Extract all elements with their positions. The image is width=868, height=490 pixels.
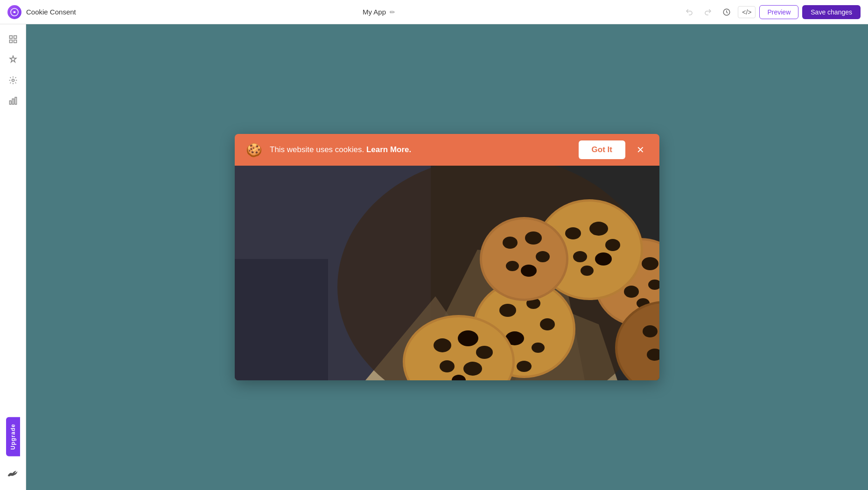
upgrade-wrapper: Upgrade <box>6 417 20 458</box>
preview-window: 🍪 This website uses cookies. Learn More.… <box>235 134 659 380</box>
sidebar-item-analytics[interactable] <box>4 91 22 110</box>
main-content: Upgrade 🍪 This website uses cookies. Lea… <box>0 24 868 490</box>
preview-button[interactable]: Preview <box>759 5 798 19</box>
sidebar-item-brand <box>4 464 22 483</box>
canvas-area: 🍪 This website uses cookies. Learn More.… <box>26 24 868 490</box>
svg-rect-5 <box>14 40 16 43</box>
svg-rect-8 <box>12 99 14 105</box>
topbar-left: Cookie Consent <box>7 5 76 19</box>
save-changes-button[interactable]: Save changes <box>802 5 861 19</box>
sidebar-item-grid[interactable] <box>4 30 22 49</box>
redo-button[interactable] <box>700 5 715 20</box>
topbar-center: My App ✏ <box>82 8 676 16</box>
svg-point-10 <box>7 475 10 476</box>
learn-more-link[interactable]: Learn More. <box>366 145 411 154</box>
close-banner-button[interactable]: ✕ <box>633 142 648 157</box>
cookie-consent-banner: 🍪 This website uses cookies. Learn More.… <box>235 134 659 166</box>
cookie-banner-text: This website uses cookies. Learn More. <box>270 145 571 154</box>
app-logo <box>7 5 21 19</box>
topbar-title: Cookie Consent <box>26 8 76 16</box>
topbar: Cookie Consent My App ✏ </> Preview Save… <box>0 0 868 24</box>
svg-rect-4 <box>9 40 12 43</box>
topbar-right: </> Preview Save changes <box>682 5 861 20</box>
svg-point-6 <box>12 79 14 82</box>
svg-rect-2 <box>9 36 12 39</box>
cookie-image <box>235 166 659 380</box>
code-button[interactable]: </> <box>738 6 756 18</box>
upgrade-button[interactable]: Upgrade <box>6 417 20 456</box>
undo-button[interactable] <box>682 5 697 20</box>
svg-rect-64 <box>235 166 659 380</box>
history-button[interactable] <box>719 5 734 20</box>
sidebar-item-pin[interactable] <box>4 50 22 69</box>
svg-rect-7 <box>9 101 11 105</box>
edit-app-name-icon[interactable]: ✏ <box>390 8 395 16</box>
svg-rect-9 <box>15 98 16 105</box>
cookie-banner-icon: 🍪 <box>246 142 262 158</box>
app-name-label: My App <box>363 8 386 16</box>
left-sidebar: Upgrade <box>0 24 26 490</box>
got-it-button[interactable]: Got It <box>579 140 625 159</box>
sidebar-item-settings[interactable] <box>4 71 22 90</box>
svg-rect-3 <box>14 36 16 39</box>
